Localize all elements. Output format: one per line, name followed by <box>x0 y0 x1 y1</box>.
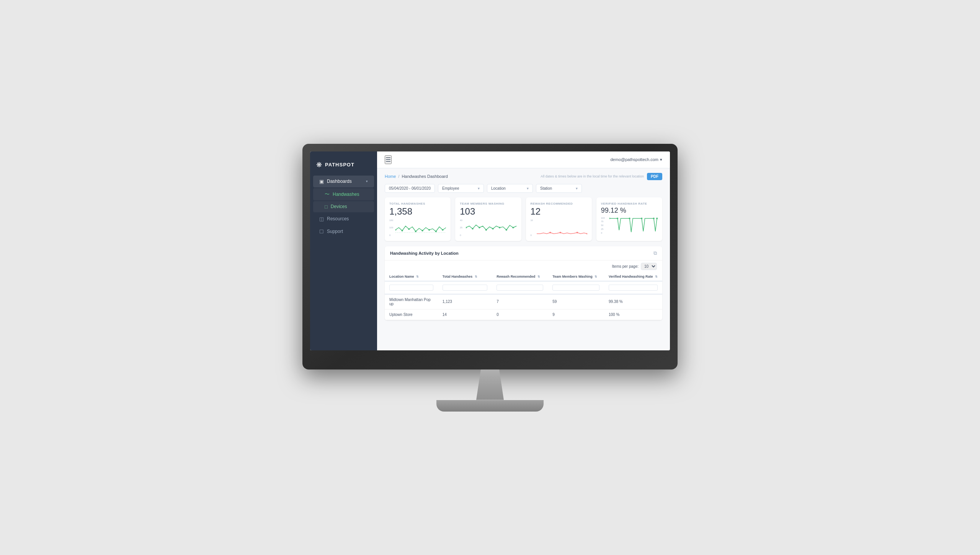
dashboards-icon: ▣ <box>319 179 324 184</box>
svg-point-8 <box>465 227 467 228</box>
breadcrumb-row: Home / Handwashes Dashboard All dates & … <box>385 173 662 180</box>
tm-y-min: 0 <box>460 234 462 236</box>
stat-card-verified-rate: VERIFIED HANDWASH RATE 99.12 % 100 75 50… <box>596 197 662 241</box>
sidebar-item-dashboards[interactable]: ▣ Dashboards ▾ <box>313 176 374 187</box>
main-content: ☰ demo@pathspottech.com ▾ Home / Handwas… <box>377 151 670 350</box>
team-members-chart: 40 25 0 <box>460 219 516 236</box>
user-email: demo@pathspottech.com <box>610 157 658 162</box>
devices-label: Devices <box>331 204 347 209</box>
sidebar-item-support[interactable]: ☐ Support <box>313 226 374 238</box>
team-sort-icon: ⇅ <box>595 275 597 278</box>
stat-card-total-handwashes: TOTAL HANDWASHES 1,358 180 100 0 <box>385 197 451 241</box>
data-table: Location Name ⇅ Total Handwashes ⇅ Rewas… <box>385 272 662 320</box>
svg-point-19 <box>586 233 587 234</box>
svg-point-5 <box>428 229 430 231</box>
svg-point-10 <box>479 227 480 228</box>
verified-rate-filter-input[interactable] <box>609 285 658 291</box>
handwashes-icon: 〜 <box>325 191 330 198</box>
svg-point-13 <box>499 227 500 228</box>
rewash-chart: 10 0 <box>531 219 587 236</box>
team-members-filter-input[interactable] <box>552 285 599 291</box>
items-per-page-label: Items per page: <box>612 264 639 269</box>
location-name-filter-input[interactable] <box>389 285 433 291</box>
user-menu[interactable]: demo@pathspottech.com ▾ <box>610 157 662 162</box>
sidebar-item-resources[interactable]: ◫ Resources <box>313 213 374 225</box>
rewash-svg <box>531 219 587 236</box>
pdf-button[interactable]: PDF <box>647 173 662 180</box>
cell-total_handwashes: 14 <box>438 309 492 320</box>
rewash-label: REWASH RECOMMENDED <box>531 202 587 205</box>
svg-point-2 <box>408 228 410 230</box>
pathspot-logo-icon: ❋ <box>316 161 322 169</box>
station-filter-arrow: ▾ <box>576 186 578 190</box>
col-location-name[interactable]: Location Name ⇅ <box>385 272 438 281</box>
svg-point-1 <box>401 230 403 231</box>
sidebar-item-devices[interactable]: □ Devices <box>313 201 374 212</box>
cell-team_members_washing: 9 <box>548 309 604 320</box>
total-handwashes-svg <box>389 219 446 236</box>
svg-point-18 <box>576 232 578 233</box>
breadcrumb-home[interactable]: Home <box>385 174 396 179</box>
total-handwashes-chart: 180 100 0 <box>389 219 446 236</box>
employee-filter[interactable]: Employee ▾ <box>438 184 484 193</box>
svg-point-23 <box>629 218 630 219</box>
svg-point-12 <box>492 228 494 229</box>
col-verified-rate[interactable]: Verified Handwashing Rate ⇅ <box>604 272 662 281</box>
team-members-svg <box>460 219 516 236</box>
monitor-wrapper: ❋ PATHSPOT ▣ Dashboards ▾ 〜 Handwashes □ <box>302 144 678 412</box>
cell-team_members_washing: 59 <box>548 294 604 309</box>
dashboards-arrow: ▾ <box>366 179 368 183</box>
sidebar-logo: ❋ PATHSPOT <box>310 158 377 175</box>
vr-y-50: 50 <box>601 224 605 226</box>
dashboards-label: Dashboards <box>327 179 352 184</box>
cell-verified_rate: 99.38 % <box>604 294 662 309</box>
verified-sort-icon: ⇅ <box>655 275 658 278</box>
table-settings-icon[interactable]: ⧉ <box>653 250 657 256</box>
handwashing-activity-table: Handwashing Activity by Location ⧉ Items… <box>385 246 662 320</box>
hamburger-button[interactable]: ☰ <box>385 155 392 164</box>
monitor-bezel: ❋ PATHSPOT ▣ Dashboards ▾ 〜 Handwashes □ <box>302 144 678 369</box>
vr-y-75: 75 <box>601 220 605 223</box>
cell-verified_rate: 100 % <box>604 309 662 320</box>
handwashes-label: Handwashes <box>333 192 359 197</box>
table-body: Midtown Manhattan Pop up1,12375999.38 %U… <box>385 294 662 320</box>
svg-point-21 <box>609 218 610 219</box>
svg-point-16 <box>549 232 551 233</box>
date-range-picker[interactable]: 05/04/2020 - 06/01/2020 <box>385 184 435 193</box>
svg-point-17 <box>559 232 561 233</box>
sidebar: ❋ PATHSPOT ▣ Dashboards ▾ 〜 Handwashes □ <box>310 151 377 350</box>
monitor-screen: ❋ PATHSPOT ▣ Dashboards ▾ 〜 Handwashes □ <box>310 151 670 350</box>
sidebar-nav: ▣ Dashboards ▾ 〜 Handwashes □ Devices ◫ <box>310 175 377 238</box>
col-total-handwashes[interactable]: Total Handwashes ⇅ <box>438 272 492 281</box>
location-filter[interactable]: Location ▾ <box>487 184 533 193</box>
total-handwashes-value: 1,358 <box>389 207 446 216</box>
total-handwashes-filter-input[interactable] <box>443 285 488 291</box>
tw-y-min: 0 <box>389 234 393 236</box>
svg-point-11 <box>485 229 487 231</box>
cell-rewash_recommended: 7 <box>492 294 548 309</box>
svg-point-26 <box>656 218 658 219</box>
table-controls: Items per page: 10 <box>385 260 662 272</box>
col-rewash-recommended[interactable]: Rewash Recommended ⇅ <box>492 272 548 281</box>
breadcrumb-right: All dates & times below are in the local… <box>541 173 662 180</box>
col-team-members-washing[interactable]: Team Members Washing ⇅ <box>548 272 604 281</box>
tw-y-mid: 100 <box>389 226 393 229</box>
sidebar-item-handwashes[interactable]: 〜 Handwashes <box>313 188 374 200</box>
app-name: PATHSPOT <box>325 162 354 168</box>
items-per-page-select[interactable]: 10 <box>641 263 657 270</box>
table-row: Midtown Manhattan Pop up1,12375999.38 % <box>385 294 662 309</box>
rewash-filter-input[interactable] <box>497 285 543 291</box>
date-range-value: 05/04/2020 - 06/01/2020 <box>389 186 431 190</box>
table-title: Handwashing Activity by Location <box>390 251 459 256</box>
stat-card-rewash: REWASH RECOMMENDED 12 10 0 <box>526 197 592 241</box>
svg-point-7 <box>442 229 443 231</box>
employee-filter-label: Employee <box>442 186 459 190</box>
employee-filter-arrow: ▾ <box>478 186 480 190</box>
verified-rate-label: VERIFIED HANDWASH RATE <box>601 202 658 205</box>
user-dropdown-icon: ▾ <box>660 157 662 162</box>
station-filter[interactable]: Station ▾ <box>536 184 582 193</box>
table-header: Handwashing Activity by Location ⧉ <box>385 246 662 260</box>
resources-icon: ◫ <box>319 216 324 222</box>
devices-icon: □ <box>325 204 328 210</box>
location-filter-arrow: ▾ <box>527 186 529 190</box>
